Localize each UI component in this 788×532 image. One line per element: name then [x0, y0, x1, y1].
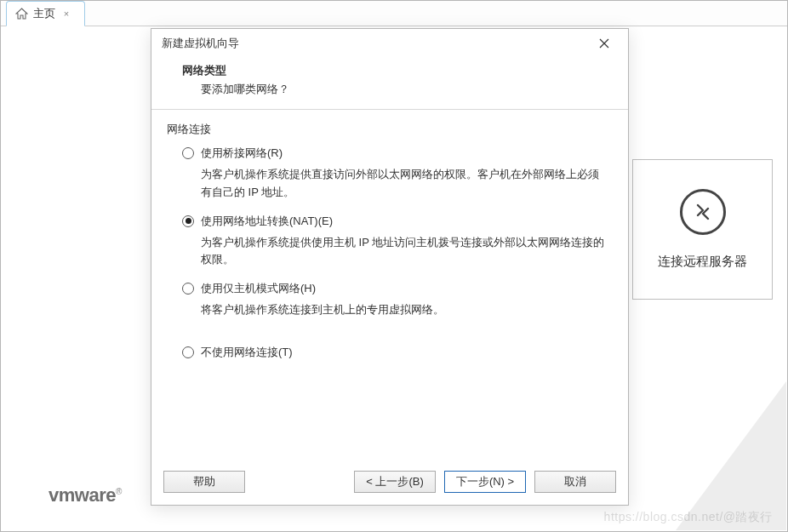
dialog-footer: 帮助 < 上一步(B) 下一步(N) > 取消 — [151, 464, 628, 505]
cancel-button[interactable]: 取消 — [534, 471, 616, 493]
dialog-heading: 网络类型 — [182, 63, 628, 78]
radio-hostonly-desc: 将客户机操作系统连接到主机上的专用虚拟网络。 — [201, 301, 608, 319]
option-hostonly: 使用仅主机模式网络(H) 将客户机操作系统连接到主机上的专用虚拟网络。 — [182, 281, 608, 319]
dialog-title: 新建虚拟机向导 — [162, 36, 587, 51]
connect-remote-server-card[interactable]: 连接远程服务器 — [632, 159, 773, 300]
tab-close-button[interactable]: × — [60, 8, 72, 20]
radio-nat-desc: 为客户机操作系统提供使用主机 IP 地址访问主机拨号连接或外部以太网网络连接的权… — [201, 234, 608, 270]
remote-server-icon — [680, 189, 726, 235]
radio-nonetwork-label[interactable]: 不使用网络连接(T) — [201, 345, 293, 360]
back-button[interactable]: < 上一步(B) — [354, 471, 436, 493]
vmware-brand-text: vmware — [49, 484, 116, 506]
tab-home[interactable]: 主页 × — [6, 1, 85, 26]
tab-strip: 主页 × — [1, 1, 787, 26]
workspace: 主页 × O™ 连接远程服务器 vmware® https://blog.csd… — [0, 0, 788, 532]
home-icon — [15, 8, 28, 20]
remote-card-label: 连接远程服务器 — [658, 254, 747, 270]
tab-home-label: 主页 — [33, 6, 55, 21]
option-nat: 使用网络地址转换(NAT)(E) 为客户机操作系统提供使用主机 IP 地址访问主… — [182, 214, 608, 270]
radio-bridged-desc: 为客户机操作系统提供直接访问外部以太网网络的权限。客户机在外部网络上必须有自己的… — [201, 166, 608, 202]
vmware-logo: vmware® — [49, 484, 122, 506]
radio-nat-label[interactable]: 使用网络地址转换(NAT)(E) — [201, 214, 333, 229]
network-group-label: 网络连接 — [167, 122, 608, 137]
radio-bridged-label[interactable]: 使用桥接网络(R) — [201, 146, 283, 161]
main-area: O™ 连接远程服务器 vmware® https://blog.csdn.net… — [2, 27, 786, 530]
radio-bridged[interactable] — [182, 147, 194, 159]
radio-hostonly-label[interactable]: 使用仅主机模式网络(H) — [201, 281, 316, 296]
radio-hostonly[interactable] — [182, 283, 194, 295]
dialog-subheading: 要添加哪类网络？ — [182, 82, 628, 97]
next-button[interactable]: 下一步(N) > — [444, 471, 526, 493]
radio-nat[interactable] — [182, 215, 194, 227]
option-bridged: 使用桥接网络(R) 为客户机操作系统提供直接访问外部以太网网络的权限。客户机在外… — [182, 146, 608, 202]
new-vm-wizard-dialog: 新建虚拟机向导 网络类型 要添加哪类网络？ 网络连接 使用桥接网络(R) 为客户… — [151, 28, 629, 506]
close-icon — [599, 38, 609, 49]
radio-nonetwork[interactable] — [182, 346, 194, 358]
help-button[interactable]: 帮助 — [163, 471, 245, 493]
dialog-titlebar[interactable]: 新建虚拟机向导 — [151, 29, 628, 58]
dialog-body: 网络连接 使用桥接网络(R) 为客户机操作系统提供直接访问外部以太网网络的权限。… — [151, 110, 628, 464]
registered-icon: ® — [116, 487, 122, 496]
decorative-triangle — [676, 381, 786, 530]
dialog-close-button[interactable] — [587, 31, 621, 55]
option-nonetwork: 不使用网络连接(T) — [182, 345, 608, 360]
dialog-header: 网络类型 要添加哪类网络？ — [151, 58, 628, 109]
watermark-text: https://blog.csdn.net/@踏夜行 — [604, 510, 773, 525]
